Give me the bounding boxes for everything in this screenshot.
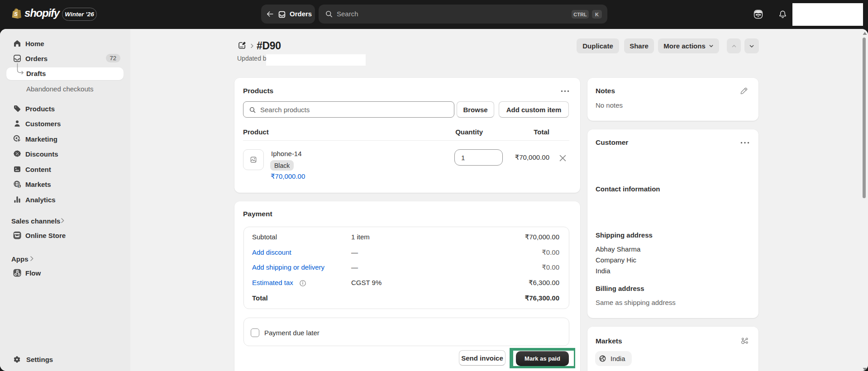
svg-text:S: S <box>14 11 18 17</box>
svg-text:$: $ <box>18 185 20 188</box>
